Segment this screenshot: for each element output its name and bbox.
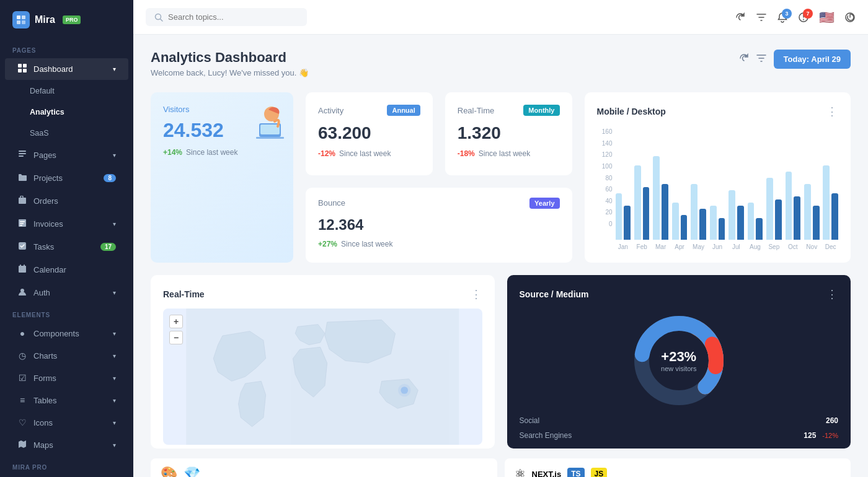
alerts-icon[interactable]: 7	[798, 12, 809, 23]
bar-group	[710, 206, 725, 240]
search-input[interactable]	[168, 12, 292, 22]
sidebar-item-forms[interactable]: ☑ Forms ▾	[5, 367, 128, 388]
light-bar	[672, 203, 679, 240]
activity-delta: -12%	[318, 149, 335, 158]
sidebar-item-label: Invoices	[33, 219, 107, 229]
elements-section-label: ELEMENTS	[0, 304, 133, 322]
zoom-in-button[interactable]: +	[169, 315, 183, 328]
search-icon	[154, 13, 163, 22]
sidebar-item-invoices[interactable]: Invoices ▾	[5, 213, 128, 235]
notifications-icon[interactable]: 3	[777, 12, 788, 23]
bar-group	[728, 190, 743, 240]
x-label: Jul	[728, 243, 743, 250]
source-item-social: Social 260	[520, 416, 839, 425]
realtime-tag: Monthly	[523, 105, 559, 116]
chart-more-options[interactable]: ⋮	[826, 105, 838, 118]
sidebar-item-label: Auth	[33, 288, 107, 297]
pages-section-label: PAGES	[0, 40, 133, 58]
dark-bar	[794, 196, 800, 240]
realtime-value: 1.320	[458, 123, 560, 143]
bounce-value: 12.364	[318, 216, 560, 234]
bar-group	[823, 165, 838, 240]
sidebar-item-analytics[interactable]: Analytics	[5, 102, 128, 122]
sidebar-item-label: Charts	[33, 351, 107, 361]
bar-group	[634, 165, 649, 240]
svg-rect-4	[18, 64, 22, 68]
sidebar-item-tasks[interactable]: Tasks 17	[5, 236, 128, 258]
light-bar	[653, 156, 660, 240]
x-label: Apr	[672, 243, 687, 250]
x-label: Jan	[616, 243, 631, 250]
search-box[interactable]	[146, 8, 307, 26]
sidebar: Mira PRO PAGES Dashboard ▾ Default Analy…	[0, 0, 133, 477]
svg-rect-7	[23, 69, 27, 72]
x-label: Aug	[748, 243, 763, 250]
bar-group	[616, 193, 631, 240]
source-more-options[interactable]: ⋮	[826, 287, 838, 301]
source-value: 125	[804, 431, 816, 440]
logo-area: Mira PRO	[0, 0, 133, 40]
activity-card-title: Activity	[318, 106, 343, 115]
sidebar-item-orders[interactable]: Orders	[5, 190, 128, 212]
sidebar-item-charts[interactable]: ◷ Charts ▾	[5, 345, 128, 366]
world-map: + −	[163, 309, 482, 445]
heart-icon: ♡	[17, 418, 27, 427]
realtime-since: Since last week	[479, 149, 530, 158]
date-button[interactable]: Today: April 29	[774, 50, 851, 69]
light-bar	[710, 206, 717, 240]
realtime-more-options[interactable]: ⋮	[471, 287, 482, 301]
sidebar-item-dashboard[interactable]: Dashboard ▾	[5, 58, 128, 80]
sidebar-item-label: Forms	[33, 374, 107, 383]
sidebar-item-icons[interactable]: ♡ Icons ▾	[5, 412, 128, 433]
sidebar-item-maps[interactable]: Maps ▾	[5, 434, 128, 456]
sidebar-item-label: SaaS	[30, 129, 116, 138]
main-content: 3 7 🇺🇸	[133, 0, 868, 477]
brand-icons-section: 🎨 💎 ⚛ NEXT.js TS JS	[151, 458, 851, 477]
sidebar-item-calendar[interactable]: Calendar	[5, 259, 128, 281]
dark-bar	[643, 187, 650, 240]
chevron-down-icon: ▾	[113, 442, 116, 449]
chevron-down-icon: ▾	[113, 419, 116, 426]
bar-group	[672, 203, 687, 240]
filter-icon[interactable]	[756, 12, 767, 23]
auth-icon	[17, 287, 27, 298]
sidebar-item-components[interactable]: ● Components ▾	[5, 323, 128, 344]
sidebar-item-saas[interactable]: SaaS	[5, 123, 128, 143]
refresh-button[interactable]	[739, 53, 749, 66]
flag-icon[interactable]: 🇺🇸	[819, 10, 835, 25]
sidebar-item-projects[interactable]: Projects 8	[5, 167, 128, 189]
topbar-icons: 3 7 🇺🇸	[735, 10, 856, 25]
dark-bar	[624, 206, 631, 240]
bar-group	[766, 178, 781, 240]
refresh-icon[interactable]	[735, 12, 746, 23]
invoices-icon	[17, 219, 27, 229]
forms-icon: ☑	[17, 373, 27, 383]
sketch-icon: 💎	[184, 466, 200, 477]
x-label: Mar	[653, 243, 668, 250]
source-delta: -12%	[822, 432, 838, 439]
sidebar-item-pages[interactable]: Pages ▾	[5, 144, 128, 166]
power-icon[interactable]	[844, 12, 856, 23]
zoom-out-button[interactable]: −	[169, 331, 183, 344]
sidebar-item-label: Calendar	[33, 265, 116, 274]
chevron-down-icon: ▾	[113, 397, 116, 404]
calendar-icon	[17, 265, 27, 275]
sidebar-item-tables[interactable]: ≡ Tables ▾	[5, 390, 128, 411]
chevron-down-icon: ▾	[113, 330, 116, 337]
sidebar-item-auth[interactable]: Auth ▾	[5, 282, 128, 304]
svg-rect-2	[17, 20, 20, 24]
filter-button[interactable]	[756, 53, 766, 66]
topbar: 3 7 🇺🇸	[133, 0, 868, 35]
x-label: May	[691, 243, 706, 250]
light-bar	[728, 190, 735, 240]
light-bar	[634, 165, 641, 240]
sidebar-item-default[interactable]: Default	[5, 81, 128, 101]
projects-icon	[17, 173, 27, 183]
dark-bar	[699, 209, 706, 240]
notifications-badge: 3	[782, 9, 792, 19]
source-item-search: Search Engines 125 -12%	[520, 431, 839, 440]
charts-icon: ◷	[17, 351, 27, 361]
realtime-map-card: Real-Time ⋮ + −	[151, 275, 495, 449]
sidebar-item-label: Dashboard	[33, 64, 107, 74]
brand-card-nextjs: ⚛ NEXT.js TS JS	[505, 458, 851, 477]
